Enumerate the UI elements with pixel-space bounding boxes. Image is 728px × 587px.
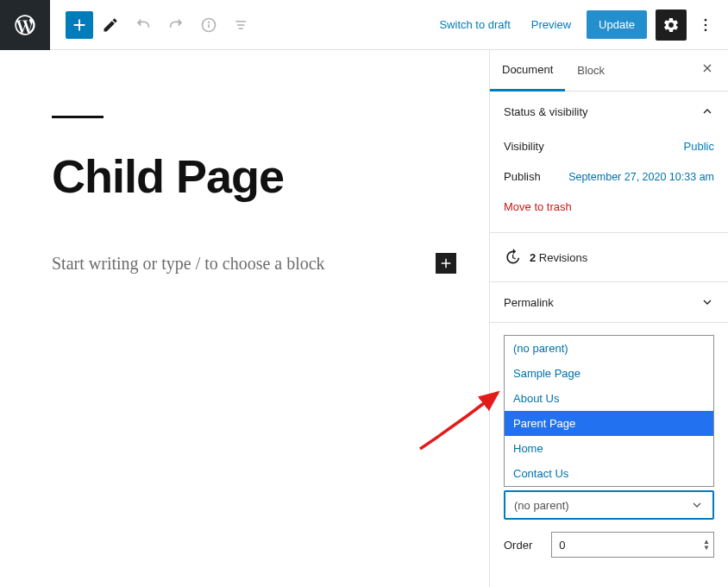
svg-point-2	[209, 22, 210, 22]
parent-options-list: (no parent)Sample PageAbout UsParent Pag…	[504, 335, 714, 487]
parent-option[interactable]: Parent Page	[505, 411, 713, 436]
move-to-trash-link[interactable]: Move to trash	[504, 192, 572, 218]
settings-button[interactable]	[656, 9, 687, 41]
order-value: 0	[559, 539, 565, 552]
content-placeholder[interactable]: Start writing or type / to choose a bloc…	[52, 254, 436, 274]
redo-icon	[166, 16, 185, 35]
plus-icon	[70, 16, 89, 35]
order-input[interactable]: 0 ▲▼	[551, 532, 714, 558]
chevron-down-icon	[700, 295, 714, 309]
gear-icon	[662, 16, 680, 34]
svg-point-8	[705, 28, 707, 31]
svg-point-7	[705, 23, 707, 26]
row-order: Order 0 ▲▼	[490, 520, 728, 558]
outline-button[interactable]	[226, 9, 257, 41]
publish-label: Publish	[504, 170, 541, 183]
preview-button[interactable]: Preview	[521, 11, 581, 38]
row-visibility: Visibility Public	[504, 131, 714, 161]
close-sidebar-button[interactable]	[692, 61, 723, 79]
settings-sidebar: Document Block Status & visibility Visib…	[489, 50, 728, 587]
switch-to-draft-button[interactable]: Switch to draft	[429, 11, 520, 38]
undo-icon	[134, 16, 153, 35]
parent-option[interactable]: Sample Page	[505, 361, 713, 386]
parent-select[interactable]: (no parent)	[504, 490, 714, 520]
plus-icon	[438, 256, 454, 271]
chevron-up-icon	[700, 104, 714, 118]
add-block-button[interactable]	[66, 11, 93, 39]
editor-canvas[interactable]: Child Page Start writing or type / to ch…	[0, 50, 489, 587]
page-title[interactable]: Child Page	[52, 149, 489, 203]
redo-button[interactable]	[160, 9, 191, 41]
publish-value[interactable]: September 27, 2020 10:33 am	[568, 171, 714, 183]
undo-button[interactable]	[128, 9, 159, 41]
parent-option[interactable]: Contact Us	[505, 461, 713, 486]
chevron-down-icon	[690, 498, 704, 512]
close-icon	[700, 61, 714, 75]
panel-title: Status & visibility	[504, 105, 588, 118]
tab-document[interactable]: Document	[490, 51, 565, 92]
wordpress-logo[interactable]	[0, 0, 50, 50]
title-divider	[52, 116, 104, 118]
row-publish: Publish September 27, 2020 10:33 am	[504, 161, 714, 192]
parent-option[interactable]: Home	[505, 436, 713, 461]
panel-title: Permalink	[504, 296, 554, 309]
panel-status-visibility: Status & visibility Visibility Public Pu…	[490, 92, 728, 233]
panel-head-permalink[interactable]: Permalink	[490, 282, 728, 322]
list-icon	[233, 16, 250, 34]
panel-revisions[interactable]: 2 Revisions	[490, 233, 728, 282]
panel-head-status[interactable]: Status & visibility	[490, 92, 728, 131]
info-button[interactable]	[193, 9, 224, 41]
more-options-button[interactable]	[690, 9, 721, 41]
spinner-icon[interactable]: ▲▼	[703, 539, 710, 551]
revisions-text: 2 Revisions	[530, 251, 587, 264]
panel-permalink: Permalink	[490, 282, 728, 323]
order-label: Order	[504, 539, 532, 552]
sidebar-tabs: Document Block	[490, 50, 728, 92]
top-toolbar: Switch to draft Preview Update	[0, 0, 728, 50]
insert-block-button[interactable]	[436, 253, 456, 274]
history-icon	[504, 249, 521, 266]
visibility-value[interactable]: Public	[684, 140, 714, 153]
parent-select-value: (no parent)	[514, 499, 569, 512]
update-button[interactable]: Update	[587, 10, 647, 39]
kebab-icon	[697, 16, 714, 34]
parent-option[interactable]: (no parent)	[505, 336, 713, 361]
wordpress-icon	[13, 13, 37, 37]
parent-page-dropdown: (no parent)Sample PageAbout UsParent Pag…	[490, 323, 728, 487]
visibility-label: Visibility	[504, 140, 544, 153]
pencil-icon	[102, 16, 119, 34]
editor-tools	[50, 9, 257, 41]
edit-mode-button[interactable]	[95, 9, 126, 41]
info-icon	[200, 16, 217, 34]
tab-block[interactable]: Block	[565, 50, 617, 91]
parent-option[interactable]: About Us	[505, 386, 713, 411]
svg-point-6	[705, 18, 707, 21]
